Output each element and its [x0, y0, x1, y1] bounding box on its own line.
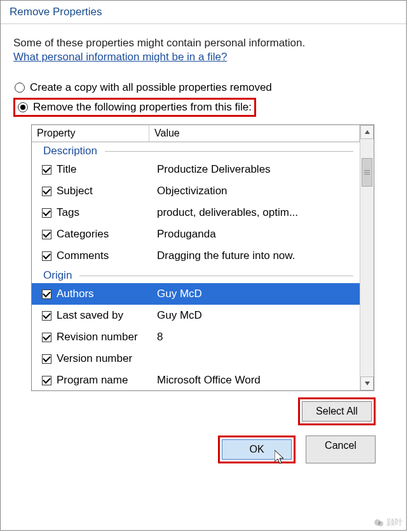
- prop-label: Version number: [57, 352, 157, 365]
- checkbox-revision-number[interactable]: [42, 333, 51, 342]
- row-title[interactable]: Title Productize Deliverables: [32, 159, 360, 180]
- svg-point-1: [378, 521, 383, 526]
- group-description-label: Description: [43, 145, 97, 157]
- checkbox-authors[interactable]: [42, 289, 51, 299]
- checkbox-last-saved-by[interactable]: [42, 311, 51, 321]
- prop-label: Subject: [57, 185, 157, 197]
- prop-label: Tags: [57, 206, 157, 219]
- prop-label: Title: [57, 163, 157, 176]
- prop-label: Authors: [57, 288, 157, 300]
- prop-label: Revision number: [57, 331, 157, 343]
- prop-value: Guy McD: [157, 309, 360, 322]
- column-value[interactable]: Value: [149, 125, 360, 142]
- prop-label: Last saved by: [57, 309, 157, 322]
- divider: [105, 151, 353, 152]
- scroll-down-button[interactable]: [360, 376, 374, 390]
- row-authors[interactable]: Authors Guy McD: [32, 283, 360, 305]
- radio-create-copy[interactable]: Create a copy with all possible properti…: [13, 79, 393, 96]
- cancel-button[interactable]: Cancel: [306, 436, 376, 463]
- row-revision-number[interactable]: Revision number 8: [32, 326, 360, 348]
- watermark: 颢叶: [374, 517, 403, 528]
- radio-icon: [15, 83, 25, 93]
- scroll-up-button[interactable]: [360, 125, 374, 139]
- group-origin-label: Origin: [43, 269, 72, 282]
- row-tags[interactable]: Tags product, deliverables, optim...: [32, 202, 360, 223]
- prop-value: 8: [157, 331, 360, 343]
- divider: [79, 276, 353, 276]
- column-property[interactable]: Property: [32, 125, 149, 142]
- checkbox-comments[interactable]: [42, 251, 51, 261]
- group-description: Description: [32, 142, 360, 159]
- dialog-title: Remove Properties: [1, 1, 406, 24]
- chevron-down-icon: [365, 382, 370, 385]
- prop-value: Microsoft Office Word: [157, 374, 360, 387]
- properties-list: Property Value Description Title Product…: [31, 124, 374, 391]
- row-subject[interactable]: Subject Objectivization: [32, 180, 360, 202]
- radio-icon: [18, 102, 28, 112]
- row-last-saved-by[interactable]: Last saved by Guy McD: [32, 305, 360, 326]
- scroll-thumb[interactable]: [362, 158, 372, 187]
- checkbox-tags[interactable]: [42, 208, 51, 218]
- radio-create-copy-label: Create a copy with all possible properti…: [30, 81, 272, 94]
- checkbox-title[interactable]: [42, 165, 51, 175]
- remove-properties-dialog: Remove Properties Some of these properti…: [0, 0, 407, 531]
- checkbox-categories[interactable]: [42, 230, 51, 239]
- help-link[interactable]: What personal information might be in a …: [13, 51, 393, 63]
- prop-value: Produganda: [157, 228, 360, 241]
- scrollbar[interactable]: [360, 125, 374, 390]
- row-categories[interactable]: Categories Produganda: [32, 223, 360, 245]
- row-program-name[interactable]: Program name Microsoft Office Word: [32, 369, 360, 390]
- prop-value: Guy McD: [157, 288, 360, 300]
- scroll-track[interactable]: [360, 139, 374, 376]
- select-all-button[interactable]: Select All: [302, 401, 372, 422]
- checkbox-program-name[interactable]: [42, 376, 51, 385]
- highlight-select-all: Select All: [298, 397, 376, 425]
- chevron-up-icon: [365, 130, 370, 134]
- highlight-radio-remove: Remove the following properties from thi…: [13, 98, 256, 117]
- row-comments[interactable]: Comments Dragging the future into now.: [32, 245, 360, 267]
- intro-text: Some of these properties might contain p…: [13, 37, 393, 50]
- highlight-ok: OK: [218, 436, 296, 463]
- group-origin: Origin: [32, 267, 360, 283]
- prop-value: Dragging the future into now.: [157, 249, 360, 262]
- wechat-icon: [374, 517, 384, 528]
- prop-value: product, deliverables, optim...: [157, 206, 360, 219]
- radio-remove-following-label: Remove the following properties from thi…: [33, 101, 252, 114]
- prop-label: Program name: [57, 374, 157, 387]
- prop-value: Objectivization: [157, 185, 360, 197]
- prop-value: Productize Deliverables: [157, 163, 360, 176]
- checkbox-subject[interactable]: [42, 187, 51, 196]
- radio-remove-following[interactable]: Remove the following properties from thi…: [18, 101, 252, 114]
- prop-label: Comments: [57, 249, 157, 262]
- ok-button[interactable]: OK: [222, 439, 292, 460]
- list-header: Property Value: [32, 125, 360, 142]
- watermark-text: 颢叶: [386, 517, 403, 528]
- dialog-content: Some of these properties might contain p…: [1, 24, 406, 530]
- row-version-number[interactable]: Version number: [32, 348, 360, 369]
- prop-label: Categories: [57, 228, 157, 241]
- checkbox-version-number[interactable]: [42, 354, 51, 364]
